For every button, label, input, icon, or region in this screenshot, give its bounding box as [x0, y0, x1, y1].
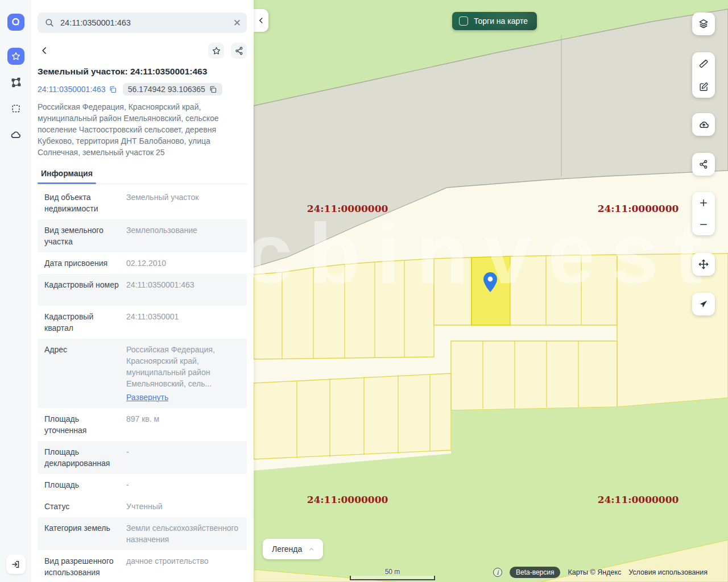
cloud-upload-button[interactable] [692, 113, 715, 136]
row-value: 897 кв. м [119, 413, 243, 425]
row-value: Землепользование [119, 225, 243, 236]
object-address: Российская Федерация, Красноярский край,… [38, 101, 247, 158]
beta-badge: Beta-версия [510, 567, 560, 578]
app-logo-icon[interactable] [7, 14, 24, 31]
address-truncated: Российская Федерация, Красноярский край,… [126, 345, 215, 388]
favorite-star-button[interactable] [208, 43, 224, 59]
edit-icon [698, 81, 709, 92]
my-location-button[interactable] [692, 293, 715, 315]
share-map-button[interactable] [692, 153, 715, 176]
navigation-arrow-icon [698, 299, 709, 309]
row-value: - [119, 479, 243, 490]
row-label: Дата присвоения [44, 257, 119, 269]
cloud-icon[interactable] [7, 126, 24, 143]
table-row-address: Адрес Российская Федерация, Красноярский… [38, 339, 247, 408]
coordinates-chip[interactable]: 56.174942 93.106365 [123, 83, 222, 95]
row-label: Площадь уточненная [44, 413, 119, 436]
expand-link[interactable]: Развернуть [126, 392, 243, 403]
table-row: Площадь- [38, 474, 247, 496]
row-label: Вид земельного участка [44, 225, 119, 247]
locate-control [692, 293, 715, 315]
layers-icon [698, 18, 709, 30]
yandex-copyright[interactable]: Карты © Яндекс [568, 568, 621, 576]
area-select-icon[interactable] [7, 100, 24, 117]
move-icon [698, 259, 709, 270]
tabs-bar: Информация [38, 165, 247, 184]
row-value: - [119, 446, 243, 458]
table-row: Дата присвоения02.12.2010 [38, 252, 247, 274]
row-value: 02.12.2010 [119, 257, 243, 269]
table-row: СтатусУчтенный [38, 496, 247, 517]
row-label: Адрес [44, 344, 119, 355]
legend-label: Легенда [272, 544, 302, 554]
terms-of-use-link[interactable]: Условия использования [628, 568, 708, 576]
left-icon-rail [0, 0, 31, 582]
collapse-panel-button[interactable] [254, 9, 268, 32]
row-value: Земли сельскохозяйственного назначения [119, 522, 243, 545]
row-label: Статус [44, 501, 119, 512]
torgi-toggle-button[interactable]: Торги на карте [452, 12, 537, 30]
torgi-label: Торги на карте [474, 16, 528, 26]
login-icon[interactable] [6, 555, 26, 574]
pan-control [692, 253, 715, 276]
map-attribution: i Beta-версия Карты © Яндекс Условия исп… [493, 567, 708, 578]
row-value: 24:11:0350001 [119, 311, 243, 322]
cadastral-number-link[interactable]: 24:11:0350001:463 [38, 85, 117, 94]
search-input[interactable] [60, 18, 233, 27]
favorites-tool-icon[interactable] [7, 48, 24, 65]
upload-control [692, 113, 715, 136]
cloud-upload-icon [698, 119, 710, 131]
map-canvas[interactable]: cbinvest 24:11:0000000 24:11:0000000 24:… [254, 0, 728, 582]
scale-bar: 50 m [350, 568, 435, 580]
pan-move-button[interactable] [692, 253, 715, 276]
cadastral-number-text: 24:11:0350001:463 [38, 85, 106, 94]
legend-button[interactable]: Легенда [263, 539, 323, 559]
row-label: Площадь [44, 479, 119, 490]
back-button[interactable] [38, 44, 51, 57]
share-button[interactable] [231, 43, 247, 59]
zoom-out-button[interactable] [692, 214, 715, 235]
copy-icon[interactable] [209, 85, 217, 94]
info-table: Вид объекта недвижимостиЗемельный участо… [38, 186, 247, 582]
zoom-in-button[interactable] [692, 192, 715, 214]
minus-icon [698, 219, 709, 230]
row-value: Земельный участок [119, 192, 243, 203]
row-label: Кадастровый номер [44, 279, 119, 290]
app-window: ✕ Земельный участок: 24:11:0350001:463 2… [0, 0, 728, 582]
scale-bar-line [350, 576, 435, 580]
polygon-edit-icon[interactable] [7, 74, 24, 91]
row-label: Площадь декларированная [44, 446, 119, 469]
layers-control [692, 13, 715, 35]
table-row: Категория земельЗемли сельскохозяйственн… [38, 517, 247, 550]
plus-icon [698, 198, 709, 208]
cadastral-quarter-label: 24:11:0000000 [307, 494, 388, 505]
clear-search-icon[interactable]: ✕ [233, 18, 241, 28]
scale-label: 50 m [350, 568, 435, 576]
ruler-icon [698, 58, 709, 69]
edit-map-button[interactable] [692, 75, 715, 98]
table-row: Вид земельного участкаЗемлепользование [38, 219, 247, 252]
row-label: Вид объекта недвижимости [44, 192, 119, 214]
copy-icon[interactable] [109, 85, 117, 94]
chevron-up-icon [308, 546, 315, 553]
measure-ruler-button[interactable] [692, 52, 715, 75]
layers-button[interactable] [692, 13, 715, 35]
chevron-left-icon [257, 16, 265, 24]
share-icon [698, 159, 709, 169]
page-title: Земельный участок: 24:11:0350001:463 [38, 66, 247, 77]
object-info-panel: ✕ Земельный участок: 24:11:0350001:463 2… [31, 0, 254, 582]
table-row: Кадастровый квартал24:11:0350001 [38, 306, 247, 339]
draw-tools-group [692, 52, 715, 98]
info-icon[interactable]: i [493, 568, 502, 577]
zoom-control [692, 192, 715, 235]
table-row: Площадь уточненная897 кв. м [38, 408, 247, 441]
table-row: Площадь декларированная- [38, 441, 247, 474]
torgi-checkbox[interactable] [459, 16, 468, 26]
coordinates-text: 56.174942 93.106365 [128, 85, 205, 94]
search-icon [44, 18, 55, 28]
search-bar[interactable]: ✕ [38, 13, 247, 33]
cadastral-quarter-label: 24:11:0000000 [598, 494, 679, 505]
row-value: 24:11:0350001:463 [119, 279, 243, 290]
row-value: дачное строительство [119, 555, 243, 567]
tab-information[interactable]: Информация [38, 165, 96, 184]
